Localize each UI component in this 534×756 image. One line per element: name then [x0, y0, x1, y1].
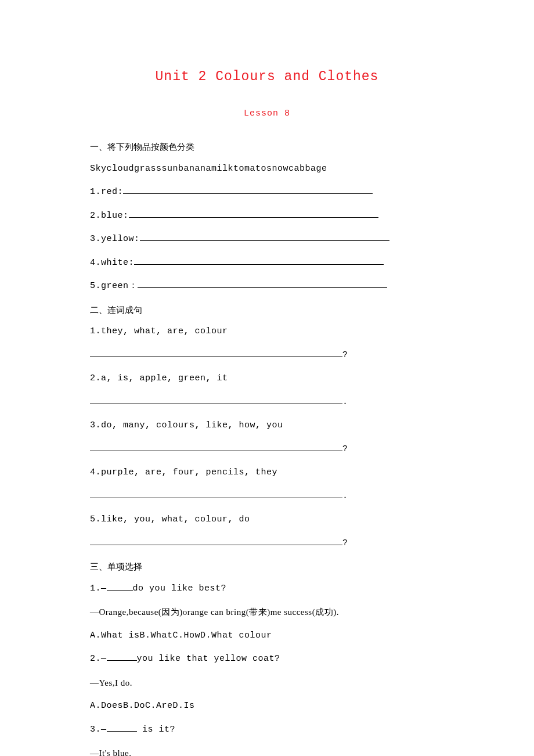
s2-q3-answer: ?	[90, 443, 444, 456]
s2-q4-answer: .	[90, 490, 444, 503]
blank-short[interactable]	[107, 723, 137, 732]
s2-q1-answer: ?	[90, 349, 444, 362]
blank-line[interactable]	[138, 280, 387, 288]
section-1-heading: 一、将下列物品按颜色分类	[90, 141, 444, 154]
q-prefix: 1.—	[90, 584, 107, 593]
s3-q2-answer: —Yes,I do.	[90, 676, 444, 690]
blank-line[interactable]	[134, 257, 384, 265]
blank-line[interactable]	[90, 537, 342, 545]
s1-item-1: 1.red:	[90, 186, 444, 199]
s2-q2-answer: .	[90, 396, 444, 409]
s1-item-3: 3.yellow:	[90, 233, 444, 246]
s3-q3-answer: —It's blue.	[90, 747, 444, 756]
q-post: do you like best?	[133, 584, 227, 593]
s1-item-5-prefix: 5.green：	[90, 281, 138, 291]
blank-line[interactable]	[90, 443, 342, 451]
q-prefix: 2.—	[90, 654, 107, 664]
blank-short[interactable]	[107, 582, 133, 591]
section-2-heading: 二、连词成句	[90, 304, 444, 317]
s2-q5-words: 5.like, you, what, colour, do	[90, 513, 444, 527]
q-prefix: 3.—	[90, 725, 107, 735]
s2-q1-words: 1.they, what, are, colour	[90, 325, 444, 339]
s2-q5-answer: ?	[90, 537, 444, 550]
blank-short[interactable]	[107, 653, 137, 661]
blank-line[interactable]	[90, 490, 342, 498]
blank-line[interactable]	[90, 396, 342, 404]
s2-q2-words: 2.a, is, apple, green, it	[90, 372, 444, 386]
s1-item-3-prefix: 3.yellow:	[90, 234, 140, 244]
s1-item-5: 5.green：	[90, 280, 444, 293]
blank-line[interactable]	[123, 186, 373, 194]
blank-line[interactable]	[140, 233, 389, 241]
word-list: Skycloudgrasssunbananamilktomatosnowcabb…	[90, 163, 444, 176]
lesson-subtitle: Lesson 8	[90, 107, 444, 121]
ending-punct: ?	[342, 444, 348, 454]
ending-punct: .	[342, 491, 348, 501]
section-3-heading: 三、单项选择	[90, 560, 444, 574]
s3-q1-options: A.What isB.WhatC.HowD.What colour	[90, 629, 444, 643]
s3-q2-options: A.DoesB.DoC.AreD.Is	[90, 700, 444, 713]
s1-item-2: 2.blue:	[90, 210, 444, 223]
s1-item-4: 4.white:	[90, 257, 444, 270]
s1-item-4-prefix: 4.white:	[90, 258, 134, 268]
q-post: is it?	[137, 725, 176, 735]
s3-q1-prompt: 1.—do you like best?	[90, 582, 444, 596]
s2-q4-words: 4.purple, are, four, pencils, they	[90, 466, 444, 480]
s3-q2-prompt: 2.—you like that yellow coat?	[90, 653, 444, 666]
q-post: you like that yellow coat?	[137, 654, 280, 664]
ending-punct: ?	[342, 538, 348, 548]
s3-q3-prompt: 3.— is it?	[90, 723, 444, 737]
blank-line[interactable]	[90, 349, 342, 357]
s1-item-1-prefix: 1.red:	[90, 187, 123, 197]
ending-punct: .	[342, 397, 348, 407]
s1-item-2-prefix: 2.blue:	[90, 211, 129, 221]
s3-q1-answer: —Orange,because(因为)orange can bring(带来)m…	[90, 606, 444, 619]
s2-q3-words: 3.do, many, colours, like, how, you	[90, 419, 444, 433]
unit-title: Unit 2 Colours and Clothes	[90, 67, 444, 87]
ending-punct: ?	[342, 350, 348, 360]
blank-line[interactable]	[129, 210, 378, 218]
